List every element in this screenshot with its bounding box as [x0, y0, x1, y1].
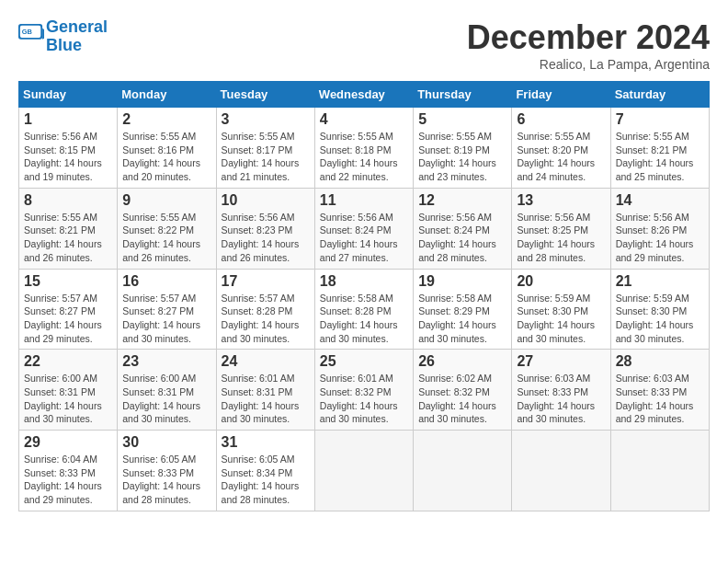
calendar-cell: 24Sunrise: 6:01 AMSunset: 8:31 PMDayligh… [216, 350, 314, 431]
day-info: Sunrise: 5:55 AMSunset: 8:21 PMDaylight:… [616, 130, 704, 184]
day-info: Sunrise: 5:59 AMSunset: 8:30 PMDaylight:… [517, 292, 605, 346]
day-info: Sunrise: 6:03 AMSunset: 8:33 PMDaylight:… [517, 372, 605, 426]
day-number: 20 [517, 273, 605, 290]
calendar-cell: 19Sunrise: 5:58 AMSunset: 8:29 PMDayligh… [414, 269, 512, 350]
calendar-cell: 29Sunrise: 6:04 AMSunset: 8:33 PMDayligh… [19, 431, 118, 511]
calendar-cell [414, 431, 512, 511]
day-info: Sunrise: 5:55 AMSunset: 8:20 PMDaylight:… [517, 130, 605, 184]
day-info: Sunrise: 5:56 AMSunset: 8:26 PMDaylight:… [616, 211, 704, 265]
day-number: 9 [122, 192, 210, 209]
logo-icon: GB [18, 24, 44, 50]
calendar-cell: 6Sunrise: 5:55 AMSunset: 8:20 PMDaylight… [512, 108, 610, 189]
day-number: 26 [418, 353, 506, 370]
calendar-cell: 27Sunrise: 6:03 AMSunset: 8:33 PMDayligh… [512, 350, 610, 431]
calendar-week-row: 29Sunrise: 6:04 AMSunset: 8:33 PMDayligh… [19, 431, 710, 511]
logo-blue: Blue [46, 36, 82, 54]
logo-general: General [46, 17, 108, 36]
calendar-week-row: 22Sunrise: 6:00 AMSunset: 8:31 PMDayligh… [19, 350, 710, 431]
calendar-cell: 18Sunrise: 5:58 AMSunset: 8:28 PMDayligh… [314, 269, 413, 350]
day-number: 16 [122, 273, 210, 290]
day-info: Sunrise: 6:05 AMSunset: 8:33 PMDaylight:… [122, 453, 210, 507]
day-info: Sunrise: 5:58 AMSunset: 8:29 PMDaylight:… [418, 292, 506, 346]
day-info: Sunrise: 5:56 AMSunset: 8:23 PMDaylight:… [222, 211, 310, 265]
calendar-cell: 5Sunrise: 5:55 AMSunset: 8:19 PMDaylight… [414, 108, 512, 189]
calendar-cell [610, 431, 709, 511]
location-subtitle: Realico, La Pampa, Argentina [467, 57, 710, 72]
day-number: 18 [320, 273, 408, 290]
calendar-cell: 21Sunrise: 5:59 AMSunset: 8:30 PMDayligh… [610, 269, 709, 350]
month-title: December 2024 [467, 18, 710, 57]
logo: GB General Blue [18, 18, 108, 55]
calendar-cell: 12Sunrise: 5:56 AMSunset: 8:24 PMDayligh… [414, 188, 512, 269]
calendar-cell: 13Sunrise: 5:56 AMSunset: 8:25 PMDayligh… [512, 188, 610, 269]
day-number: 21 [616, 273, 704, 290]
day-info: Sunrise: 6:02 AMSunset: 8:32 PMDaylight:… [418, 372, 506, 426]
day-info: Sunrise: 6:01 AMSunset: 8:31 PMDaylight:… [222, 372, 310, 426]
day-number: 14 [616, 192, 704, 209]
day-number: 8 [24, 192, 112, 209]
day-info: Sunrise: 6:03 AMSunset: 8:33 PMDaylight:… [616, 372, 704, 426]
title-area: December 2024 Realico, La Pampa, Argenti… [467, 18, 710, 72]
header-tuesday: Tuesday [216, 82, 314, 108]
day-number: 12 [418, 192, 506, 209]
calendar-cell [314, 431, 413, 511]
day-info: Sunrise: 5:57 AMSunset: 8:27 PMDaylight:… [24, 292, 112, 346]
day-number: 5 [418, 111, 506, 128]
day-number: 11 [320, 192, 408, 209]
day-number: 28 [616, 353, 704, 370]
calendar-cell: 2Sunrise: 5:55 AMSunset: 8:16 PMDaylight… [118, 108, 216, 189]
svg-marker-1 [42, 28, 44, 39]
day-info: Sunrise: 5:57 AMSunset: 8:28 PMDaylight:… [222, 292, 310, 346]
calendar-week-row: 8Sunrise: 5:55 AMSunset: 8:21 PMDaylight… [19, 188, 710, 269]
day-number: 24 [222, 353, 310, 370]
calendar-cell: 31Sunrise: 6:05 AMSunset: 8:34 PMDayligh… [216, 431, 314, 511]
page-header: GB General Blue December 2024 Realico, L… [18, 18, 710, 72]
calendar-cell: 15Sunrise: 5:57 AMSunset: 8:27 PMDayligh… [19, 269, 118, 350]
calendar-cell: 26Sunrise: 6:02 AMSunset: 8:32 PMDayligh… [414, 350, 512, 431]
calendar-week-row: 15Sunrise: 5:57 AMSunset: 8:27 PMDayligh… [19, 269, 710, 350]
day-number: 25 [320, 353, 408, 370]
day-number: 3 [222, 111, 310, 128]
day-number: 13 [517, 192, 605, 209]
calendar-table: SundayMondayTuesdayWednesdayThursdayFrid… [18, 81, 710, 511]
day-number: 17 [222, 273, 310, 290]
day-info: Sunrise: 5:55 AMSunset: 8:18 PMDaylight:… [320, 130, 408, 184]
header-saturday: Saturday [610, 82, 709, 108]
calendar-cell: 22Sunrise: 6:00 AMSunset: 8:31 PMDayligh… [19, 350, 118, 431]
day-info: Sunrise: 5:58 AMSunset: 8:28 PMDaylight:… [320, 292, 408, 346]
calendar-cell: 3Sunrise: 5:55 AMSunset: 8:17 PMDaylight… [216, 108, 314, 189]
header-thursday: Thursday [414, 82, 512, 108]
day-info: Sunrise: 5:57 AMSunset: 8:27 PMDaylight:… [122, 292, 210, 346]
calendar-header-row: SundayMondayTuesdayWednesdayThursdayFrid… [19, 82, 710, 108]
day-info: Sunrise: 5:55 AMSunset: 8:21 PMDaylight:… [24, 211, 112, 265]
day-info: Sunrise: 5:56 AMSunset: 8:24 PMDaylight:… [418, 211, 506, 265]
day-info: Sunrise: 6:01 AMSunset: 8:32 PMDaylight:… [320, 372, 408, 426]
calendar-cell: 16Sunrise: 5:57 AMSunset: 8:27 PMDayligh… [118, 269, 216, 350]
calendar-cell: 7Sunrise: 5:55 AMSunset: 8:21 PMDaylight… [610, 108, 709, 189]
day-info: Sunrise: 5:56 AMSunset: 8:24 PMDaylight:… [320, 211, 408, 265]
header-monday: Monday [118, 82, 216, 108]
header-wednesday: Wednesday [314, 82, 413, 108]
header-sunday: Sunday [19, 82, 118, 108]
day-number: 29 [24, 434, 112, 451]
day-number: 1 [24, 111, 112, 128]
day-number: 30 [122, 434, 210, 451]
day-info: Sunrise: 6:00 AMSunset: 8:31 PMDaylight:… [122, 372, 210, 426]
calendar-cell: 8Sunrise: 5:55 AMSunset: 8:21 PMDaylight… [19, 188, 118, 269]
calendar-cell: 23Sunrise: 6:00 AMSunset: 8:31 PMDayligh… [118, 350, 216, 431]
calendar-cell: 30Sunrise: 6:05 AMSunset: 8:33 PMDayligh… [118, 431, 216, 511]
header-friday: Friday [512, 82, 610, 108]
day-number: 23 [122, 353, 210, 370]
day-number: 15 [24, 273, 112, 290]
calendar-cell: 10Sunrise: 5:56 AMSunset: 8:23 PMDayligh… [216, 188, 314, 269]
day-number: 10 [222, 192, 310, 209]
calendar-cell: 4Sunrise: 5:55 AMSunset: 8:18 PMDaylight… [314, 108, 413, 189]
calendar-cell: 28Sunrise: 6:03 AMSunset: 8:33 PMDayligh… [610, 350, 709, 431]
calendar-cell: 14Sunrise: 5:56 AMSunset: 8:26 PMDayligh… [610, 188, 709, 269]
day-number: 27 [517, 353, 605, 370]
calendar-week-row: 1Sunrise: 5:56 AMSunset: 8:15 PMDaylight… [19, 108, 710, 189]
calendar-cell: 11Sunrise: 5:56 AMSunset: 8:24 PMDayligh… [314, 188, 413, 269]
day-info: Sunrise: 6:05 AMSunset: 8:34 PMDaylight:… [222, 453, 310, 507]
day-info: Sunrise: 5:55 AMSunset: 8:16 PMDaylight:… [122, 130, 210, 184]
day-number: 4 [320, 111, 408, 128]
